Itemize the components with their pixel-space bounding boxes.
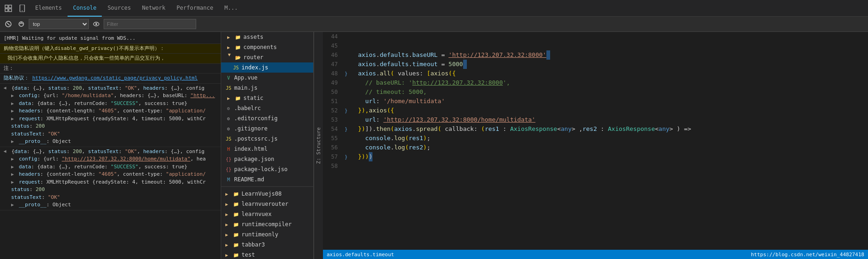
editorconfig-icon: ⚙: [225, 115, 232, 122]
file-learnvuerouter[interactable]: ▶ 📁 learnvuerouter: [221, 199, 313, 209]
learnvuerouter-icon: 📁: [232, 200, 240, 208]
tab-elements[interactable]: Elements: [30, 0, 68, 17]
expand-proto-2-icon: ▶: [11, 202, 14, 207]
gutter-55: [341, 134, 351, 143]
expand-icon-2: ▼: [2, 150, 9, 153]
mobile-icon[interactable]: [16, 2, 29, 15]
readme-icon: M: [225, 176, 232, 183]
expand-request2-icon: ▶: [11, 179, 14, 185]
line-50: 50: [323, 87, 338, 97]
gutter-49: [341, 78, 351, 87]
babelrc-icon: ⚙: [225, 105, 232, 112]
gutter-52: }: [341, 106, 351, 115]
obj-2-header[interactable]: ▼ {data: {…}, status: 200, statusText: "…: [4, 148, 217, 156]
file-tabbar3[interactable]: ▶ 📁 tabbar3: [221, 240, 313, 250]
line-48: 48: [323, 69, 338, 78]
tab-more[interactable]: M...: [219, 0, 243, 17]
file-router[interactable]: ▶ 📂 router: [221, 52, 313, 62]
code-line-46: axios.defaults.baseURL = 'http://123.207…: [351, 50, 859, 60]
file-static[interactable]: ▶ 📁 static: [221, 93, 313, 103]
file-package-json[interactable]: {} package.json: [221, 154, 313, 164]
code-line-55: console.log(res1);: [351, 134, 859, 143]
obj-1-header[interactable]: ▼ {data: {…}, status: 200, statusText: "…: [4, 85, 217, 92]
svg-rect-2: [5, 9, 8, 12]
structure-label[interactable]: Z: Structure: [316, 127, 322, 164]
file-babelrc[interactable]: ⚙ .babelrc: [221, 103, 313, 113]
tab-console[interactable]: Console: [68, 0, 102, 17]
console-toolbar: top: [0, 17, 868, 31]
preserve-button[interactable]: [16, 18, 27, 30]
code-line-51: url: '/home/multidata': [351, 97, 859, 106]
gitignore-icon: ⚙: [225, 125, 232, 132]
gutter-48: }: [341, 69, 351, 78]
tab-sources[interactable]: Sources: [102, 0, 136, 17]
main-js-icon: JS: [225, 84, 232, 92]
line-49: 49: [323, 78, 338, 87]
file-package-lock[interactable]: {} package-lock.jso: [221, 164, 313, 174]
file-gitignore[interactable]: ⚙ .gitignore: [221, 123, 313, 134]
code-line-48: axios.all( values: [axios({: [351, 69, 859, 78]
file-runtimecompiler[interactable]: ▶ 📁 runtimecompiler: [221, 219, 313, 229]
file-tree-panel: ▶ 📁 assets ▶ 📁 components ▶ 📂 router JS …: [221, 32, 314, 259]
file-postcssrc[interactable]: JS .postcssrc.js: [221, 134, 313, 144]
devtools-icon[interactable]: [2, 2, 15, 15]
console-message-privacy-title: 购物党隐私说明（键入disable_gwd_privacy()不再显示本声明）：: [0, 44, 221, 54]
main-content: [HMR] Waiting for update signal from WDS…: [0, 32, 868, 259]
file-readme[interactable]: M README.md: [221, 174, 313, 185]
file-editorconfig[interactable]: ⚙ .editorconfig: [221, 113, 313, 123]
console-panel: [HMR] Waiting for update signal from WDS…: [0, 32, 221, 259]
tab-network[interactable]: Network: [136, 0, 171, 17]
file-assets[interactable]: ▶ 📁 assets: [221, 32, 313, 42]
gutter-47: [341, 60, 351, 69]
components-folder-icon: 📁: [234, 43, 242, 51]
clear-button[interactable]: [3, 18, 14, 30]
vue-file-icon: V: [225, 74, 232, 81]
blog-url[interactable]: https://blog.csdn.net/weixin_44827418: [751, 252, 864, 258]
privacy-link[interactable]: https://www.gwdang.com/static_page/priva…: [32, 75, 198, 81]
gutter-54: }: [341, 124, 351, 134]
file-index-js[interactable]: JS index.js: [221, 62, 313, 73]
file-learnvuejs[interactable]: ▶ 📁 LearnVuejs08: [221, 189, 313, 199]
file-main-js[interactable]: JS main.js: [221, 83, 313, 93]
obj-1-props: ▶ config: {url: "/home/multidata", heade…: [4, 92, 217, 146]
expand-headers-icon: ▶: [11, 108, 14, 113]
line-numbers: 44 45 46 47 48 49 50 51 52 53 54 55 56 5…: [323, 32, 341, 259]
svg-point-5: [22, 10, 23, 11]
expand-request-icon: ▶: [11, 116, 14, 121]
assets-folder-icon: 📁: [234, 33, 242, 41]
runtimecompiler-icon: 📁: [232, 221, 240, 228]
file-components[interactable]: ▶ 📁 components: [221, 42, 313, 52]
structure-sidebar[interactable]: Z: Structure: [314, 32, 323, 259]
static-folder-folder-icon: 📁: [234, 94, 242, 102]
file-learnvuex[interactable]: ▶ 📁 learnvuex: [221, 209, 313, 219]
file-test[interactable]: ▶ 📁 test: [221, 250, 313, 259]
static-folder-icon: ▶: [225, 94, 232, 102]
gutter-50: [341, 87, 351, 97]
folder-components-icon: ▶: [225, 43, 232, 51]
tab-bar: Elements Console Sources Network Perform…: [0, 0, 868, 17]
line-45: 45: [323, 41, 338, 50]
line-56: 56: [323, 143, 338, 152]
code-line-45: [351, 41, 859, 50]
svg-point-10: [95, 23, 97, 25]
test-folder-icon: ▶: [223, 251, 230, 259]
console-object-2: ▼ {data: {…}, status: 200, statusText: "…: [0, 147, 221, 210]
line-55: 55: [323, 134, 338, 143]
runtimecompiler-folder-icon: ▶: [223, 221, 230, 228]
gutter-57: }: [341, 152, 351, 161]
code-content: axios.defaults.baseURL = 'http://123.207…: [351, 32, 868, 259]
bottom-text: axios.defaults.timeout: [327, 252, 394, 258]
file-index-html[interactable]: H index.html: [221, 144, 313, 154]
devtools-toolbar: Elements Console Sources Network Perform…: [0, 0, 868, 32]
file-runtimeonly[interactable]: ▶ 📁 runtimeonly: [221, 229, 313, 240]
code-line-58: [351, 161, 859, 171]
runtimeonly-icon: 📁: [232, 231, 240, 238]
eye-button[interactable]: [91, 18, 102, 30]
tabbar3-icon: 📁: [232, 241, 240, 248]
file-app-vue[interactable]: V App.vue: [221, 73, 313, 83]
tab-performance[interactable]: Performance: [171, 0, 219, 17]
filter-input[interactable]: [104, 19, 196, 29]
level-select[interactable]: top: [29, 19, 89, 29]
code-line-50: // timeout: 5000,: [351, 87, 859, 97]
console-message-link: 隐私协议： https://www.gwdang.com/static_page…: [0, 74, 221, 84]
